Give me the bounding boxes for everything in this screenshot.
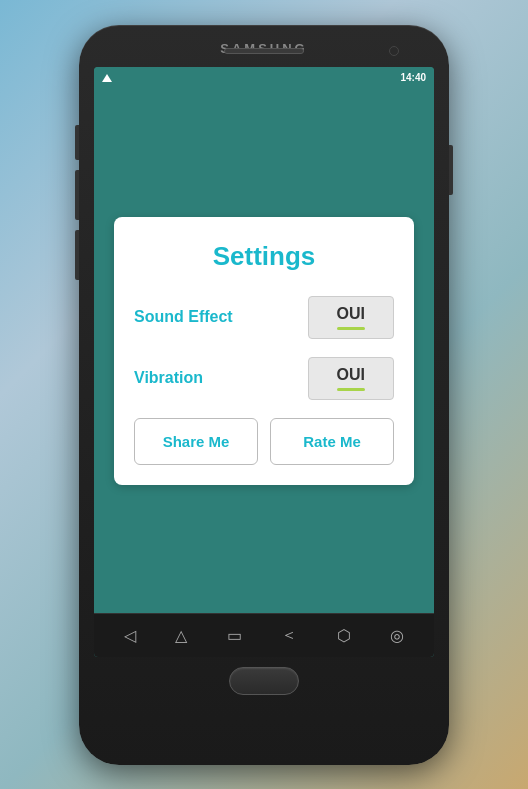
sound-effect-toggle[interactable]: OUI bbox=[308, 296, 394, 339]
front-camera bbox=[389, 46, 399, 56]
volume-up-button bbox=[75, 125, 79, 160]
vibration-row: Vibration OUI bbox=[134, 357, 394, 400]
screenshot-nav-button[interactable]: ⬡ bbox=[337, 626, 351, 645]
volume-down-button bbox=[75, 170, 79, 220]
phone-top-bar bbox=[89, 37, 439, 65]
sound-effect-row: Sound Effect OUI bbox=[134, 296, 394, 339]
sound-label-bold: Effect bbox=[188, 308, 232, 325]
sound-label-plain: Sound bbox=[134, 308, 188, 325]
vibration-toggle[interactable]: OUI bbox=[308, 357, 394, 400]
vibration-label: Vibration bbox=[134, 369, 203, 387]
phone-screen: 14:40 Settings Sound Effect OUI Vibratio… bbox=[94, 67, 434, 657]
settings-title: Settings bbox=[134, 241, 394, 272]
vibration-label-bold: ation bbox=[165, 369, 203, 386]
phone-bottom bbox=[89, 667, 439, 695]
settings-card: Settings Sound Effect OUI Vibration OUI bbox=[114, 217, 414, 485]
recent-nav-button[interactable]: ▭ bbox=[227, 626, 242, 645]
home-button[interactable] bbox=[229, 667, 299, 695]
rate-me-button[interactable]: Rate Me bbox=[270, 418, 394, 465]
status-time: 14:40 bbox=[400, 72, 426, 83]
power-button bbox=[449, 145, 453, 195]
nav-bar: ◁ △ ▭ ＜ ⬡ ◎ bbox=[94, 613, 434, 657]
settings-nav-button[interactable]: ◎ bbox=[390, 626, 404, 645]
share-nav-button[interactable]: ＜ bbox=[281, 625, 297, 646]
share-me-button[interactable]: Share Me bbox=[134, 418, 258, 465]
home-nav-button[interactable]: △ bbox=[175, 626, 187, 645]
sound-effect-label: Sound Effect bbox=[134, 308, 233, 326]
vibration-label-plain: Vibr bbox=[134, 369, 165, 386]
speaker-grille bbox=[224, 48, 304, 54]
settings-actions: Share Me Rate Me bbox=[134, 418, 394, 465]
status-left-icons bbox=[102, 74, 112, 82]
bixby-button bbox=[75, 230, 79, 280]
back-nav-button[interactable]: ◁ bbox=[124, 626, 136, 645]
status-bar: 14:40 bbox=[94, 67, 434, 89]
screen-content: Settings Sound Effect OUI Vibration OUI bbox=[94, 89, 434, 613]
notification-icon bbox=[102, 74, 112, 82]
phone-frame: SAMSUNG 14:40 Settings Sound Effect bbox=[79, 25, 449, 765]
